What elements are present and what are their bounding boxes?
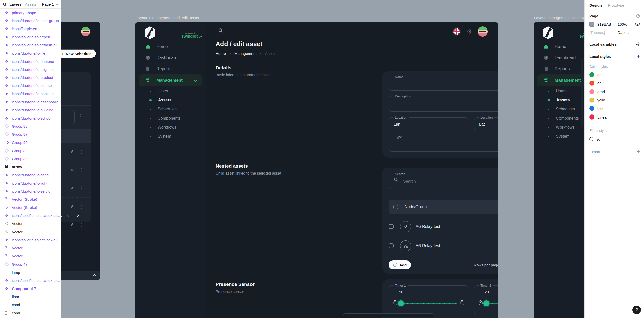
frame-add-edit-asset[interactable]: powered by swingiot HomeDashboardReports… (135, 22, 498, 318)
layer-item[interactable]: ❖icons/duotone/ic-school (0, 114, 61, 122)
effect-style-sd[interactable]: sd (589, 136, 640, 142)
timer-slider[interactable] (478, 300, 498, 307)
layer-item[interactable]: Vector (0, 220, 61, 228)
layer-item[interactable]: lamp (0, 268, 61, 276)
settings-gear-icon[interactable]: ⚙ (466, 28, 472, 35)
search-icon[interactable] (219, 28, 222, 32)
frame-select-asset[interactable]: powered by swingiot HomeDashboardReports… (534, 22, 584, 318)
sidebar-item-dashboard[interactable]: Dashboard (135, 52, 205, 63)
name-input[interactable] (389, 77, 498, 90)
edit-pencil-icon[interactable]: ✎ (69, 205, 74, 208)
table-row[interactable]: A6-Relay-test (389, 236, 498, 255)
sidebar-item-users[interactable]: Users (534, 86, 584, 96)
search-icon[interactable] (3, 3, 6, 6)
edit-pencil-icon[interactable]: ✎ (69, 223, 74, 227)
sidebar-item-system[interactable]: System (135, 132, 205, 141)
color-style-Linear[interactable]: Linear (589, 114, 640, 120)
layer-item[interactable]: ❖icons/duotone/ic-dashboard (0, 98, 61, 106)
variable-modes-icon[interactable] (636, 14, 640, 18)
layer-item[interactable]: ❖icons/solid/ic-solar:clock-circle-... (0, 236, 61, 244)
timer-slider[interactable] (392, 300, 465, 307)
sidebar-item-assets[interactable]: Assets (534, 96, 584, 105)
next-page-icon[interactable] (76, 214, 79, 217)
table-row[interactable]: A6-Relay-test (389, 217, 498, 236)
layer-item[interactable]: Group 30 (0, 155, 61, 163)
location-lat-input[interactable] (474, 118, 498, 131)
location-lat-field[interactable]: Location (474, 117, 498, 131)
sidebar-item-schedules[interactable]: Schedules (135, 105, 205, 114)
sidebar-item-dashboard[interactable]: Dashboard (534, 52, 584, 63)
nested-search-field[interactable]: Search (389, 174, 498, 189)
add-export-icon[interactable]: + (637, 149, 640, 154)
sidebar-item-users[interactable]: Users (135, 86, 205, 96)
horizontal-scrollbar[interactable] (343, 313, 434, 317)
sidebar-item-reports[interactable]: Reports (135, 63, 205, 74)
name-field[interactable]: Name (389, 77, 498, 91)
page-selector[interactable]: Page 1 (42, 2, 58, 6)
kebab-menu-icon[interactable]: ⋮ (79, 149, 84, 154)
layer-item[interactable]: Group 90 (0, 138, 61, 147)
vertical-scrollbar[interactable] (581, 59, 583, 127)
tab-assets[interactable]: Assets (25, 2, 36, 6)
layer-item[interactable]: Group 47 (0, 260, 61, 268)
help-button[interactable]: ? (632, 306, 641, 314)
edit-pencil-icon[interactable]: ✎ (69, 187, 74, 190)
select-all-checkbox[interactable] (393, 205, 398, 209)
sidebar-item-management[interactable]: Management (537, 74, 584, 86)
layer-item[interactable]: ❖icons/duotone/ic-file (0, 49, 61, 57)
layer-item[interactable]: Vector (0, 244, 61, 252)
add-button[interactable]: + Add (389, 260, 411, 269)
breadcrumb-item[interactable]: Management (234, 51, 257, 56)
page-color-opacity[interactable]: 100% (618, 22, 627, 26)
brand-logo-icon[interactable] (542, 25, 554, 41)
tab-layers[interactable]: Layers (9, 2, 21, 6)
nested-search-input[interactable] (389, 174, 498, 189)
layer-item[interactable]: ❖icons/duotone/ic-cond (0, 171, 61, 179)
sidebar-item-home[interactable]: Home (135, 41, 205, 52)
color-style-gr[interactable]: gr (589, 72, 640, 78)
sidebar-item-workflows[interactable]: Workflows (534, 123, 584, 132)
slider-thumb[interactable] (483, 300, 489, 306)
layer-item[interactable]: ❖icons/duotone/ic-servic (0, 187, 61, 195)
sidebar-item-schedules[interactable]: Schedules (534, 105, 584, 114)
kebab-menu-icon[interactable]: ⋮ (79, 186, 84, 191)
layer-item[interactable]: cond (0, 309, 61, 317)
user-avatar[interactable] (478, 26, 488, 37)
theme-select[interactable]: Dark (618, 30, 629, 35)
kebab-menu-icon[interactable]: ⋮ (79, 204, 84, 209)
tab-design[interactable]: Design (589, 3, 602, 7)
new-schedule-button[interactable]: + New Schedule (61, 49, 96, 58)
sidebar-item-home[interactable]: Home (534, 41, 584, 52)
type-select[interactable]: Type (389, 137, 498, 152)
edit-pencil-icon[interactable]: ✎ (69, 150, 74, 154)
description-field[interactable]: Description (389, 96, 498, 112)
kebab-menu-icon[interactable]: ⋮ (79, 222, 84, 227)
page-color-row[interactable]: 919EAB 100% (589, 21, 640, 27)
layer-item[interactable]: ❖icons/duotone/ic-user-group (0, 17, 61, 25)
sidebar-item-reports[interactable]: Reports (534, 63, 584, 74)
layer-item[interactable]: ❖icons/duotone/ic-building (0, 106, 61, 114)
color-style-grad[interactable]: grad (589, 89, 640, 95)
tab-prototype[interactable]: Prototype (608, 3, 624, 7)
schedule-input[interactable] (61, 110, 75, 124)
layer-item[interactable]: ❖icons/duotone/ic-course (0, 82, 61, 90)
sidebar-item-workflows[interactable]: Workflows (135, 123, 205, 132)
layer-item[interactable]: ❖icons/solid/ic-solar:clock-circle-... (0, 212, 61, 220)
layer-item[interactable]: Vector (0, 252, 61, 260)
layer-item[interactable]: ❖icons/duotone/ic-light (0, 179, 61, 187)
layer-item[interactable]: ❖icons/duotone/ic-product (0, 74, 61, 82)
layer-item[interactable]: arrow (0, 163, 61, 171)
color-style-blue[interactable]: blue (589, 105, 640, 111)
layer-item[interactable]: ❖icons/flag/ic-en (0, 25, 61, 33)
slider-thumb[interactable] (398, 300, 404, 306)
frame-schedule-layout[interactable]: + New Schedule ⋮ ✎⋮✎⋮✎⋮✎⋮✎⋮ 6-10 of 11 (61, 22, 100, 280)
collapse-bar[interactable] (61, 271, 100, 280)
visibility-eye-icon[interactable] (635, 23, 640, 26)
layer-item[interactable]: ❖Component 7 (0, 284, 61, 293)
layer-item[interactable]: Vector (Stroke) (0, 204, 61, 212)
frame-title-select-asset[interactable]: Layout_management_selectAsset (534, 16, 591, 20)
location-lan-field[interactable]: Location (389, 117, 468, 131)
prev-page-icon[interactable] (67, 214, 70, 217)
color-style-or[interactable]: or (589, 80, 640, 86)
avatar[interactable] (81, 27, 90, 36)
